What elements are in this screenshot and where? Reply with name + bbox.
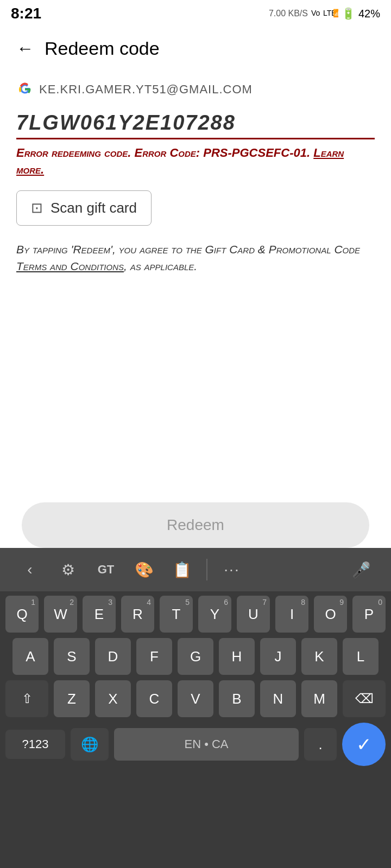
status-icons: 7.00 KB/S Vo LTE 📶 🔋 42% xyxy=(269,5,380,23)
key-q[interactable]: 1Q xyxy=(5,596,39,633)
key-g[interactable]: G xyxy=(178,638,213,675)
keyboard-toolbar: ‹ ⚙ GT 🎨 📋 ··· 🎤 xyxy=(0,548,391,591)
mic-icon: 🎤 xyxy=(352,561,371,579)
globe-key[interactable]: 🌐 xyxy=(71,728,109,761)
svg-text:📶: 📶 xyxy=(333,9,338,18)
spacebar-key[interactable]: EN • CA xyxy=(114,728,299,761)
svg-text:Vo: Vo xyxy=(311,9,320,17)
terms-prefix: By tapping 'Redeem', you agree to the Gi… xyxy=(16,243,360,256)
key-x[interactable]: X xyxy=(95,680,131,717)
scan-button-label: Scan gift card xyxy=(51,200,137,216)
key-s[interactable]: S xyxy=(54,638,90,675)
key-f[interactable]: F xyxy=(136,638,172,675)
key-b[interactable]: B xyxy=(219,680,255,717)
more-icon: ··· xyxy=(224,561,239,578)
key-l[interactable]: L xyxy=(343,638,379,675)
key-m[interactable]: M xyxy=(301,680,337,717)
key-d[interactable]: D xyxy=(95,638,131,675)
globe-icon: 🌐 xyxy=(81,736,98,753)
key-row-3: ⇧ Z X C V B N M ⌫ xyxy=(5,680,386,717)
speed-indicator: 7.00 KB/S xyxy=(269,9,308,18)
status-bar: 8:21 7.00 KB/S Vo LTE 📶 🔋 42% xyxy=(0,0,391,27)
key-y[interactable]: 6Y xyxy=(198,596,231,633)
error-text: Error redeeming code. Error Code: PRS-PG… xyxy=(16,146,310,159)
keyboard-back-button[interactable]: ‹ xyxy=(11,553,49,586)
keyboard-more-button[interactable]: ··· xyxy=(213,553,251,586)
key-t[interactable]: 5T xyxy=(160,596,193,633)
redeem-button[interactable]: Redeem xyxy=(22,502,369,548)
key-row-1: 1Q 2W 3E 4R 5T 6Y 7U 8I 9O 0P xyxy=(5,596,386,633)
checkmark-icon: ✓ xyxy=(356,733,371,755)
keyboard-bottom-row: ?123 🌐 EN • CA . ✓ xyxy=(0,717,391,775)
battery-percentage: 42% xyxy=(358,8,380,20)
error-message: Error redeeming code. Error Code: PRS-PG… xyxy=(16,145,375,178)
symbols-key[interactable]: ?123 xyxy=(5,730,65,759)
key-e[interactable]: 3E xyxy=(83,596,116,633)
keyboard-palette-button[interactable]: 🎨 xyxy=(125,553,163,586)
key-i[interactable]: 8I xyxy=(275,596,308,633)
backspace-key[interactable]: ⌫ xyxy=(343,680,386,717)
key-j[interactable]: J xyxy=(260,638,296,675)
status-time: 8:21 xyxy=(11,5,41,22)
keyboard-mic-button[interactable]: 🎤 xyxy=(342,553,380,586)
key-u[interactable]: 7U xyxy=(237,596,270,633)
code-input[interactable] xyxy=(16,108,375,139)
key-p[interactable]: 0P xyxy=(352,596,386,633)
shift-key[interactable]: ⇧ xyxy=(5,680,48,717)
key-k[interactable]: K xyxy=(301,638,337,675)
terms-suffix: , as applicable. xyxy=(124,260,197,272)
key-h[interactable]: H xyxy=(219,638,255,675)
scan-gift-card-button[interactable]: ⊡ Scan gift card xyxy=(16,190,152,226)
code-input-container xyxy=(16,108,375,139)
key-w[interactable]: 2W xyxy=(44,596,77,633)
key-c[interactable]: C xyxy=(136,680,172,717)
app-content: ← Redeem code KE.KRI.GAMER.YT51@GMAIL.CO… xyxy=(0,27,391,275)
clipboard-icon: 📋 xyxy=(173,561,192,579)
settings-icon: ⚙ xyxy=(61,561,75,579)
terms-text: By tapping 'Redeem', you agree to the Gi… xyxy=(16,241,375,275)
network-indicator: Vo LTE 📶 xyxy=(311,5,338,23)
period-key[interactable]: . xyxy=(304,728,337,761)
page-title: Redeem code xyxy=(45,38,160,59)
confirm-key[interactable]: ✓ xyxy=(342,723,386,766)
palette-icon: 🎨 xyxy=(135,561,154,579)
key-v[interactable]: V xyxy=(178,680,213,717)
key-r[interactable]: 4R xyxy=(121,596,154,633)
battery-indicator: 🔋 xyxy=(342,7,355,20)
translate-icon: GT xyxy=(98,563,115,577)
keyboard: ‹ ⚙ GT 🎨 📋 ··· 🎤 1Q 2W 3E 4R 5T 6Y xyxy=(0,548,391,868)
terms-link[interactable]: Terms and Conditions xyxy=(16,260,124,272)
key-z[interactable]: Z xyxy=(54,680,90,717)
key-o[interactable]: 9O xyxy=(314,596,347,633)
keyboard-translate-button[interactable]: GT xyxy=(87,553,125,586)
keyboard-clipboard-button[interactable]: 📋 xyxy=(163,553,201,586)
account-row: KE.KRI.GAMER.YT51@GMAIL.COM xyxy=(16,81,375,98)
keyboard-settings-button[interactable]: ⚙ xyxy=(49,553,87,586)
camera-icon: ⊡ xyxy=(31,200,43,216)
google-logo xyxy=(16,81,34,98)
key-row-2: A S D F G H J K L xyxy=(5,638,386,675)
header: ← Redeem code xyxy=(16,27,375,70)
keyboard-rows: 1Q 2W 3E 4R 5T 6Y 7U 8I 9O 0P A S D F G … xyxy=(0,591,391,717)
account-email: KE.KRI.GAMER.YT51@GMAIL.COM xyxy=(39,82,253,97)
key-n[interactable]: N xyxy=(260,680,296,717)
key-a[interactable]: A xyxy=(12,638,48,675)
toolbar-separator xyxy=(206,559,207,580)
keyboard-back-icon: ‹ xyxy=(27,561,32,578)
back-button[interactable]: ← xyxy=(16,39,34,59)
